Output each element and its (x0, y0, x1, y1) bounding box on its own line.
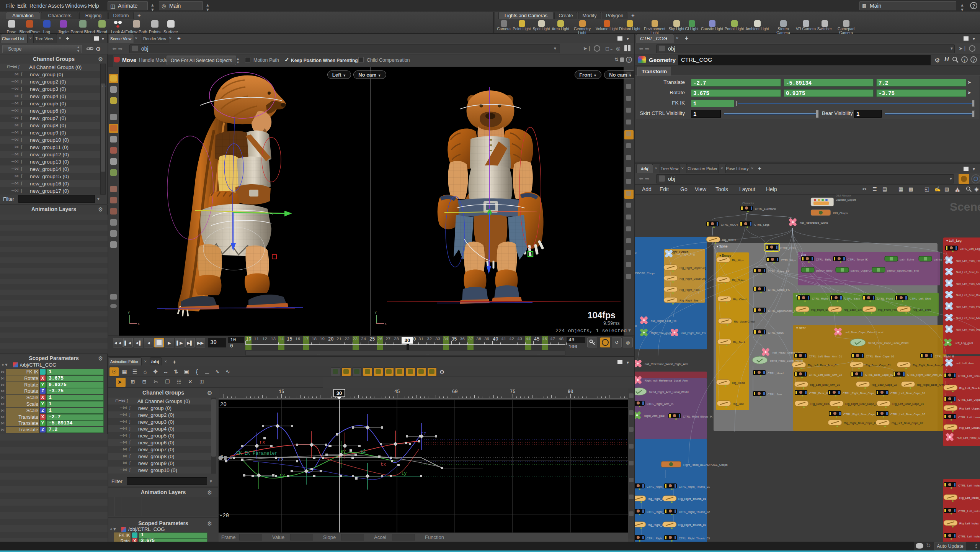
svg-text:CTRL_Left_Bear_Cape_01: CTRL_Left_Bear_Cape_01 (890, 391, 925, 395)
svg-text:blend_Bear_Cape_Local_World: blend_Bear_Cape_Local_World (868, 341, 908, 345)
svg-text:Null_Left_Foot_Out: Null_Left_Foot_Out (956, 282, 980, 285)
svg-text:blend_Right_Arm_Local_World: blend_Right_Arm_Local_World (649, 390, 689, 394)
svg-text:CTRL_Right_Thumb_03: CTRL_Right_Thumb_03 (679, 537, 710, 540)
svg-text:Rig_Left_Skirt: Rig_Left_Skirt (913, 308, 931, 311)
svg-text:CTRL_Head: CTRL_Head (768, 372, 784, 375)
svg-text:Rig_Right_Bear_Cape_02: Rig_Right_Bear_Cape_02 (844, 421, 877, 425)
svg-text:Rig_Spine: Rig_Spine (732, 278, 745, 282)
svg-text:Character: Character (742, 202, 754, 205)
svg-text:CTRL_Left_Bear_Arm_02: CTRL_Left_Bear_Arm_02 (809, 373, 842, 377)
svg-text:CTRL_Spine_FK: CTRL_Spine_FK (768, 270, 790, 273)
svg-text:tx: tx (381, 462, 386, 467)
svg-text:null_Right_Leg: null_Right_Leg (676, 252, 695, 256)
svg-text:Rig_UpperChest: Rig_UpperChest (734, 320, 755, 323)
svg-text:Rig_Head: Rig_Head (732, 381, 745, 385)
svg-text:Rig_Chest: Rig_Chest (733, 298, 747, 301)
svg-text:Rig_Left_Bear_Arm_02: Rig_Left_Bear_Arm_02 (810, 383, 840, 387)
svg-text:Rig_Left_UpperArm: Rig_Left_UpperArm (959, 407, 980, 410)
svg-text:Left_Leg_goal: Left_Leg_goal (955, 341, 973, 345)
svg-text:CTRL_Left_Index_0: CTRL_Left_Index_0 (958, 484, 980, 487)
svg-text:Null_Left_Foot_Mid: Null_Left_Foot_Mid (956, 316, 980, 320)
svg-text:-20: -20 (219, 513, 229, 519)
svg-text:Rig_Bear_Cape_02: Rig_Bear_Cape_02 (872, 383, 897, 387)
svg-text:CTRL_COG: CTRL_COG (780, 246, 796, 250)
svg-text:CTRL_Right_Arm_IK: CTRL_Right_Arm_IK (647, 402, 673, 406)
svg-text:Rig_Bear_Cape_01: Rig_Bear_Cape_01 (866, 364, 891, 367)
svg-text:Right_Arm_goal: Right_Arm_goal (644, 414, 665, 418)
svg-text:Rig_Left_Bear_Cape_02: Rig_Left_Bear_Cape_02 (892, 421, 923, 425)
svg-text:Null_Left_Foot_Front: Null_Left_Foot_Front (956, 305, 980, 308)
svg-text:Rig_Left_Index_01: Rig_Left_Index_01 (959, 496, 980, 500)
svg-text:CTRL_Left_UpperA: CTRL_Left_UpperA (958, 398, 980, 401)
svg-text:Rig_Front_Prot: Rig_Front_Prot (878, 308, 898, 311)
svg-text:Rig_Right_Bear_Arm_03: Rig_Right_Bear_Arm_03 (913, 364, 944, 367)
svg-text:OBJ Filmbox: OBJ Filmbox (836, 195, 851, 197)
svg-text:null_Right_Foot_Fix: null_Right_Foot_Fix (651, 319, 676, 323)
svg-text:CTRL_Right_Bear_Cape_02: CTRL_Right_Bear_Cape_02 (843, 413, 880, 416)
svg-text:CTRL_Right_B: CTRL_Right_B (935, 355, 954, 358)
svg-text:CTRL_Torso_IK: CTRL_Torso_IK (848, 258, 868, 261)
svg-text:CTRL_Left_Bear_Cape_02: CTRL_Left_Bear_Cape_02 (890, 413, 925, 416)
svg-text:CTRL_Right_Elbow_IK: CTRL_Right_Elbow_IK (683, 415, 712, 418)
svg-text:tz: tz (421, 431, 426, 437)
svg-text:pathcv_Belly: pathcv_Belly (816, 269, 833, 272)
svg-text:CTRL_Left_Shoulde: CTRL_Left_Shoulde (958, 374, 980, 378)
svg-text:CTRL_Left_Bear_Arm_01: CTRL_Left_Bear_Arm_01 (809, 355, 842, 358)
svg-text:Rig_Right_UpperLeg: Rig_Right_UpperLeg (679, 266, 706, 270)
svg-text:CTRL_Neck: CTRL_Neck (768, 331, 784, 334)
svg-text:CTRL_ROOT: CTRL_ROOT (721, 223, 738, 226)
svg-text:CTRL_Luchtann: CTRL_Luchtann (755, 207, 776, 211)
svg-text:null_Left_Arm: null_Left_Arm (956, 362, 973, 365)
svg-text:Rig_ROOT: Rig_ROOT (722, 238, 737, 242)
svg-text:ry: ry (279, 473, 285, 478)
svg-text:Rig_Left_Bear_Cape_01: Rig_Left_Bear_Cape_01 (892, 402, 924, 406)
svg-text:Rig_Right_Foot: Rig_Right_Foot (679, 288, 700, 292)
svg-text:Null_Left_Foot_Twist: Null_Left_Foot_Twist (956, 259, 980, 262)
svg-text:oe: oe (635, 324, 637, 328)
svg-text:Rig_Hips: Rig_Hips (732, 259, 744, 262)
svg-text:FK IK Parameter: FK IK Parameter (236, 451, 278, 456)
svg-text:pathcv_UpperChest_end: pathcv_UpperChest_end (887, 269, 919, 272)
svg-text:CTRL_Right_Thumb_01: CTRL_Right_Thumb_01 (679, 485, 710, 488)
svg-text:Null_Left_Foot_Back: Null_Left_Foot_Back (956, 293, 980, 297)
svg-text:CTRL_Left_LowerA: CTRL_Left_LowerA (958, 416, 980, 419)
svg-text:CTRL_Right_Bear_Cape_01: CTRL_Right_Bear_Cape_01 (843, 391, 879, 395)
svg-text:Null_Left_Foot_Ankle: Null_Left_Foot_Ankle (956, 328, 980, 331)
svg-text:ty: ty (401, 471, 407, 476)
svg-text:CTRL_Legs: CTRL_Legs (754, 223, 769, 226)
svg-text:null_Reference_World: null_Reference_World (800, 221, 828, 224)
svg-text:Right_Toe_goal: Right_Toe_goal (651, 331, 671, 335)
svg-text:20: 20 (220, 401, 227, 408)
svg-text:null_Right_Toe_Fix: null_Right_Toe_Fix (681, 331, 706, 335)
svg-text:Rig_Right_Toe: Rig_Right_Toe (679, 299, 698, 302)
svg-text:Rig_Left_Index_02: Rig_Left_Index_02 (959, 522, 980, 525)
svg-text:CTRL_Right_Bear_Arm_02: CTRL_Right_Bear_Arm_02 (907, 373, 942, 377)
svg-text:Rig_Back_Skirt: Rig_Back_Skirt (844, 308, 864, 311)
svg-text:CTRL_Hips: CTRL_Hips (781, 259, 796, 262)
svg-text:e: e (635, 251, 637, 255)
svg-text:Rig_Right_LowerLeg: Rig_Right_LowerLeg (679, 277, 706, 280)
svg-text:Rig_Left_Bear_Arm_01: Rig_Left_Bear_Arm_01 (808, 364, 838, 367)
svg-text:CTRL_Right_Sk: CTRL_Right_Sk (812, 297, 833, 300)
svg-text:CTRL_Bear_Cape_01: CTRL_Bear_Cape_01 (866, 355, 894, 358)
svg-text:Rig_Right_Thumb_01: Rig_Right_Thumb_01 (678, 497, 706, 501)
svg-text:CTRL_Left_Leg: CTRL_Left_Leg (960, 247, 980, 251)
svg-text:DPOSE_Chops: DPOSE_Chops (635, 272, 655, 275)
svg-text:r2: r2 (278, 457, 283, 463)
svg-text:Rig_Left_LowerArm: Rig_Left_LowerArm (959, 426, 980, 429)
svg-text:Right_Hand_BLENDPOSE_Chops: Right_Hand_BLENDPOSE_Chops (683, 463, 728, 467)
svg-text:▾ Left_Leg: ▾ Left_Leg (946, 239, 962, 242)
svg-text:Rig_Neck: Rig_Neck (733, 341, 746, 344)
svg-text:CTRL_Bear_Cape_02: CTRL_Bear_Cape_02 (865, 373, 893, 377)
svg-text:Rig_Jaw: Rig_Jaw (733, 402, 744, 406)
svg-text:Rig_Right_Bear_Cape_01: Rig_Right_Bear_Cape_01 (845, 402, 879, 406)
svg-text:null_Bear_Cape_Orient_Local: null_Bear_Cape_Orient_Local (845, 331, 884, 334)
svg-text:CTRL_Left_Skirt: CTRL_Left_Skirt (910, 297, 931, 300)
svg-text:Right_null_Reference_Local_Arm: Right_null_Reference_Local_Arm (645, 379, 688, 382)
svg-text:Rig_Bear_Head: Rig_Bear_Head (810, 402, 831, 406)
svg-text:Rig_Left_Shoulder: Rig_Left_Shoulder (959, 387, 980, 390)
svg-text:Scene: Scene (950, 200, 980, 213)
svg-text:CTRL_Belly_IK: CTRL_Belly_IK (816, 258, 835, 261)
svg-text:CTRL_UpperChest_FK: CTRL_UpperChest_FK (768, 309, 798, 313)
svg-text:CTRL_Jaw: CTRL_Jaw (768, 393, 782, 396)
